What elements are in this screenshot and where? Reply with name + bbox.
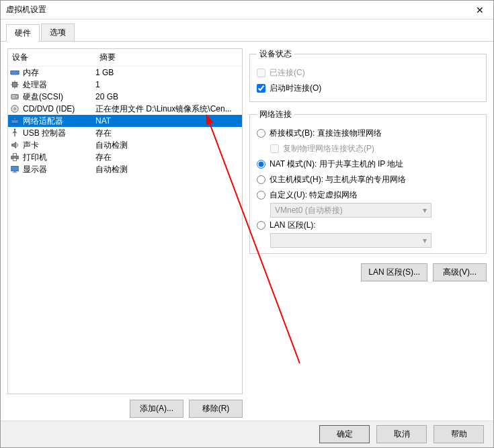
network-icon (8, 116, 22, 126)
device-summary: 自动检测 (95, 164, 242, 175)
device-row-cddvd[interactable]: CD/DVD (IDE)正在使用文件 D:\Linux镜像系统\Cen... (8, 103, 242, 115)
device-name: 处理器 (22, 79, 95, 91)
vm-settings-window: 虚拟机设置 ✕ 硬件 选项 设备 摘要 内存1 GB处理器1硬盘(SCSI)20… (0, 0, 494, 448)
device-list: 设备 摘要 内存1 GB处理器1硬盘(SCSI)20 GBCD/DVD (IDE… (7, 48, 243, 394)
device-summary: 正在使用文件 D:\Linux镜像系统\Cen... (95, 103, 242, 115)
nat-radio[interactable] (257, 160, 265, 169)
device-row-cpu[interactable]: 处理器1 (8, 79, 242, 91)
svg-rect-15 (13, 118, 16, 120)
custom-vmnet-value: VMnet0 (自动桥接) (275, 205, 343, 216)
hostonly-row[interactable]: 仅主机模式(H): 与主机共享的专用网络 (257, 172, 479, 187)
close-icon[interactable]: ✕ (472, 5, 488, 15)
device-row-sound[interactable]: 声卡自动检测 (8, 139, 242, 151)
right-button-bar: LAN 区段(S)... 高级(V)... (249, 263, 487, 281)
dialog-footer: 确定 取消 帮助 (1, 420, 493, 447)
device-name: USB 控制器 (22, 128, 95, 139)
svg-rect-2 (13, 75, 14, 76)
display-icon (8, 165, 22, 174)
device-row-network[interactable]: 网络适配器NAT (8, 115, 242, 127)
hostonly-radio[interactable] (257, 175, 265, 184)
svg-rect-22 (13, 172, 17, 173)
replicate-row: 复制物理网络连接状态(P) (270, 141, 479, 156)
connect-on-power-label: 启动时连接(O) (270, 83, 321, 94)
lan-radio[interactable] (257, 221, 265, 230)
svg-rect-19 (13, 159, 16, 161)
device-row-usb[interactable]: USB 控制器存在 (8, 127, 242, 139)
device-row-printer[interactable]: 打印机存在 (8, 151, 242, 163)
svg-rect-3 (15, 75, 16, 76)
device-summary: NAT (95, 116, 242, 126)
connect-on-power-row[interactable]: 启动时连接(O) (257, 81, 479, 96)
remove-button[interactable]: 移除(R) (189, 400, 243, 418)
header-summary[interactable]: 摘要 (95, 49, 242, 66)
svg-point-13 (14, 108, 16, 110)
replicate-label: 复制物理网络连接状态(P) (283, 143, 374, 154)
connected-checkbox-row: 已连接(C) (257, 65, 479, 81)
tab-hardware[interactable]: 硬件 (6, 24, 40, 42)
device-name: CD/DVD (IDE) (22, 104, 95, 114)
device-summary: 1 GB (95, 68, 242, 77)
cancel-button[interactable]: 取消 (376, 425, 427, 443)
sound-icon (8, 140, 22, 150)
replicate-checkbox (270, 144, 279, 153)
svg-rect-18 (13, 154, 16, 156)
device-row-display[interactable]: 显示器自动检测 (8, 163, 242, 175)
device-name: 网络适配器 (22, 116, 95, 127)
ok-button[interactable]: 确定 (319, 425, 370, 443)
content-area: 设备 摘要 内存1 GB处理器1硬盘(SCSI)20 GBCD/DVD (IDE… (1, 42, 493, 424)
lan-segment-dropdown: ▾ (270, 233, 431, 248)
svg-rect-21 (13, 171, 16, 173)
svg-rect-0 (11, 71, 19, 74)
printer-icon (8, 152, 22, 162)
memory-icon (8, 68, 22, 77)
svg-point-11 (15, 95, 18, 98)
device-name: 打印机 (22, 152, 95, 163)
device-summary: 存在 (95, 128, 242, 139)
bridged-label: 桥接模式(B): 直接连接物理网络 (270, 128, 382, 139)
svg-rect-20 (11, 167, 19, 171)
bridged-radio[interactable] (257, 129, 265, 138)
svg-rect-4 (17, 75, 18, 76)
header-device[interactable]: 设备 (8, 49, 95, 66)
hdd-icon (8, 92, 22, 101)
svg-point-16 (14, 128, 16, 130)
lan-row[interactable]: LAN 区段(L): (257, 218, 479, 233)
device-summary: 1 (95, 80, 242, 89)
nat-row[interactable]: NAT 模式(N): 用于共享主机的 IP 地址 (257, 156, 479, 172)
titlebar: 虚拟机设置 ✕ (1, 1, 493, 19)
add-button[interactable]: 添加(A)... (130, 400, 183, 418)
list-body: 内存1 GB处理器1硬盘(SCSI)20 GBCD/DVD (IDE)正在使用文… (8, 66, 242, 175)
chevron-down-icon: ▾ (423, 236, 427, 245)
cpu-icon (8, 80, 22, 89)
window-title: 虚拟机设置 (6, 4, 46, 15)
device-name: 硬盘(SCSI) (22, 91, 95, 103)
left-panel: 设备 摘要 内存1 GB处理器1硬盘(SCSI)20 GBCD/DVD (IDE… (7, 48, 243, 418)
device-name: 声卡 (22, 140, 95, 151)
lan-label: LAN 区段(L): (270, 220, 316, 231)
device-status-legend: 设备状态 (257, 48, 294, 60)
list-header: 设备 摘要 (8, 49, 242, 66)
svg-rect-1 (12, 75, 13, 76)
device-row-memory[interactable]: 内存1 GB (8, 66, 242, 79)
lan-segments-button[interactable]: LAN 区段(S)... (361, 263, 427, 281)
device-summary: 存在 (95, 152, 242, 163)
chevron-down-icon: ▾ (423, 206, 427, 215)
device-summary: 20 GB (95, 92, 242, 101)
tab-options[interactable]: 选项 (41, 24, 75, 41)
nat-label: NAT 模式(N): 用于共享主机的 IP 地址 (270, 159, 403, 170)
help-button[interactable]: 帮助 (434, 425, 484, 443)
svg-rect-14 (11, 120, 19, 123)
device-name: 显示器 (22, 164, 95, 175)
device-row-hdd[interactable]: 硬盘(SCSI)20 GB (8, 91, 242, 103)
connect-on-power-checkbox[interactable] (257, 84, 265, 93)
advanced-button[interactable]: 高级(V)... (433, 263, 487, 281)
custom-radio[interactable] (257, 191, 265, 199)
device-name: 内存 (22, 67, 95, 79)
bridged-row[interactable]: 桥接模式(B): 直接连接物理网络 (257, 126, 479, 141)
custom-label: 自定义(U): 特定虚拟网络 (270, 189, 358, 201)
left-button-bar: 添加(A)... 移除(R) (7, 400, 243, 418)
device-status-group: 设备状态 已连接(C) 启动时连接(O) (249, 48, 487, 102)
custom-row[interactable]: 自定义(U): 特定虚拟网络 (257, 187, 479, 203)
svg-rect-5 (13, 83, 17, 87)
connected-checkbox (257, 69, 265, 77)
